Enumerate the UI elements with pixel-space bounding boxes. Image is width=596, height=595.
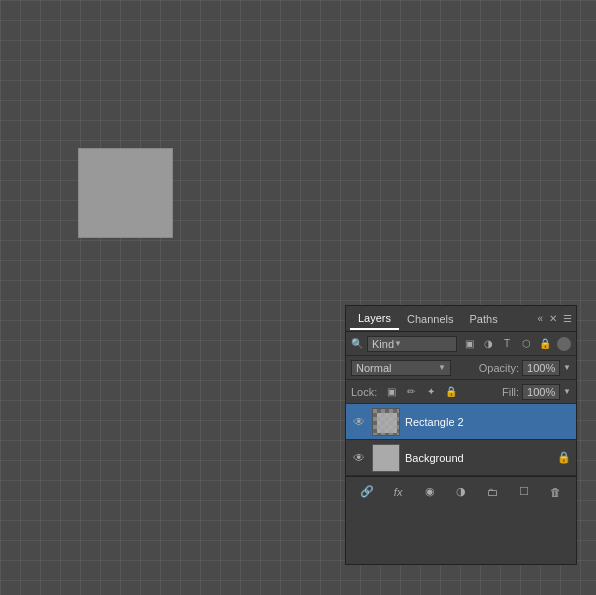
add-mask-button[interactable]: ◉ xyxy=(420,482,440,502)
delete-layer-button[interactable]: 🗑 xyxy=(545,482,565,502)
filter-type-icons: ▣ ◑ T ⬡ 🔒 xyxy=(461,336,553,352)
lock-label: Lock: xyxy=(351,386,377,398)
filter-adjust-icon[interactable]: ◑ xyxy=(480,336,496,352)
filter-chevron-icon: ▼ xyxy=(394,339,402,348)
layer-visibility-toggle[interactable]: 👁 xyxy=(351,414,367,430)
layer-visibility-toggle[interactable]: 👁 xyxy=(351,450,367,466)
fx-button[interactable]: fx xyxy=(388,482,408,502)
blend-mode-dropdown[interactable]: Normal ▼ xyxy=(351,360,451,376)
tab-paths[interactable]: Paths xyxy=(462,309,506,329)
link-layers-button[interactable]: 🔗 xyxy=(357,482,377,502)
search-icon: 🔍 xyxy=(351,338,363,349)
close-icon[interactable]: ✕ xyxy=(549,313,557,324)
new-layer-button[interactable]: ☐ xyxy=(514,482,534,502)
layer-name: Background xyxy=(405,452,552,464)
filter-value: Kind xyxy=(372,338,394,350)
filter-pixel-icon[interactable]: ▣ xyxy=(461,336,477,352)
lock-icons-group: ▣ ✏ ✦ 🔒 xyxy=(383,384,459,400)
canvas-rectangle xyxy=(78,148,173,238)
filter-dropdown[interactable]: Kind ▼ xyxy=(367,336,457,352)
fill-group: Fill: 100% ▼ xyxy=(502,384,571,400)
filter-toggle[interactable] xyxy=(557,337,571,351)
layer-row[interactable]: 👁 Rectangle 2 xyxy=(346,404,576,440)
layers-panel: Layers Channels Paths « ✕ ☰ 🔍 Kind ▼ ▣ ◑… xyxy=(345,305,577,565)
lock-pixels-icon[interactable]: ▣ xyxy=(383,384,399,400)
fill-input[interactable]: 100% xyxy=(522,384,560,400)
layer-lock-icon: 🔒 xyxy=(557,451,571,464)
lock-all-icon[interactable]: 🔒 xyxy=(443,384,459,400)
lock-move-icon[interactable]: ✦ xyxy=(423,384,439,400)
filter-row: 🔍 Kind ▼ ▣ ◑ T ⬡ 🔒 xyxy=(346,332,576,356)
fill-label: Fill: xyxy=(502,386,519,398)
layer-name: Rectangle 2 xyxy=(405,416,571,428)
layer-thumbnail xyxy=(372,444,400,472)
tab-layers[interactable]: Layers xyxy=(350,308,399,330)
opacity-chevron-icon: ▼ xyxy=(563,363,571,372)
opacity-group: Opacity: 100% ▼ xyxy=(479,360,571,376)
collapse-icon[interactable]: « xyxy=(537,313,543,324)
layer-thumbnail xyxy=(372,408,400,436)
opacity-label: Opacity: xyxy=(479,362,519,374)
panel-header: Layers Channels Paths « ✕ ☰ xyxy=(346,306,576,332)
filter-smart-icon[interactable]: 🔒 xyxy=(537,336,553,352)
opacity-input[interactable]: 100% xyxy=(522,360,560,376)
adjustment-button[interactable]: ◑ xyxy=(451,482,471,502)
filter-type-icon[interactable]: T xyxy=(499,336,515,352)
tab-channels[interactable]: Channels xyxy=(399,309,461,329)
filter-shape-icon[interactable]: ⬡ xyxy=(518,336,534,352)
panel-toolbar: 🔗 fx ◉ ◑ 🗀 ☐ 🗑 xyxy=(346,476,576,506)
blend-row: Normal ▼ Opacity: 100% ▼ xyxy=(346,356,576,380)
fill-chevron-icon: ▼ xyxy=(563,387,571,396)
group-layers-button[interactable]: 🗀 xyxy=(482,482,502,502)
lock-paint-icon[interactable]: ✏ xyxy=(403,384,419,400)
menu-icon[interactable]: ☰ xyxy=(563,313,572,324)
layers-list: 👁 Rectangle 2 👁 Background 🔒 xyxy=(346,404,576,476)
panel-header-icons: « ✕ ☰ xyxy=(537,313,572,324)
layer-row[interactable]: 👁 Background 🔒 xyxy=(346,440,576,476)
blend-chevron-icon: ▼ xyxy=(438,363,446,372)
lock-row: Lock: ▣ ✏ ✦ 🔒 Fill: 100% ▼ xyxy=(346,380,576,404)
blend-mode-value: Normal xyxy=(356,362,391,374)
